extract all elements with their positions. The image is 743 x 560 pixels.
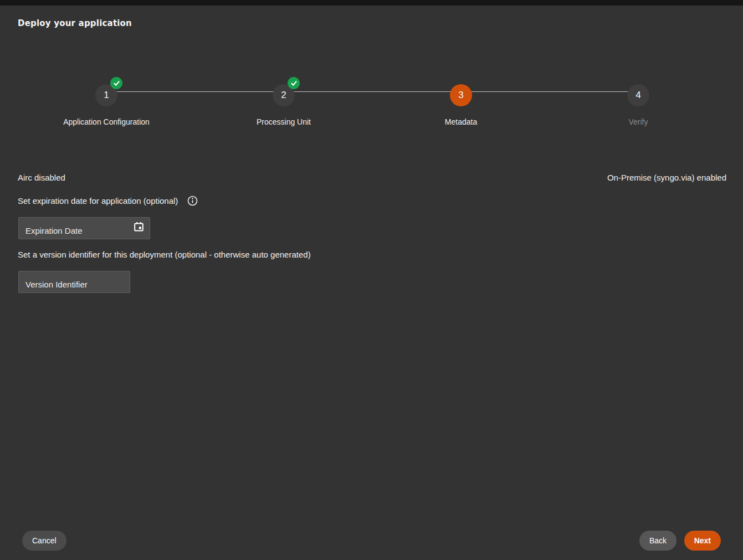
- expiration-label-row: Set expiration date for application (opt…: [18, 196, 198, 206]
- expiration-label: Set expiration date for application (opt…: [18, 196, 178, 205]
- step-2-label: Processing Unit: [195, 117, 372, 126]
- version-label: Set a version identifier for this deploy…: [18, 250, 311, 259]
- step-application-configuration: 1 Application Configuration: [18, 84, 195, 126]
- step-1-circle[interactable]: 1: [95, 84, 117, 106]
- on-premise-status-text: On-Premise (syngo.via) enabled: [607, 173, 726, 182]
- step-3-label: Metadata: [372, 117, 550, 126]
- step-3-circle[interactable]: 3: [450, 84, 472, 106]
- step-verify: 4 Verify: [550, 84, 727, 126]
- calendar-icon[interactable]: [134, 222, 144, 232]
- version-identifier-field: [18, 271, 130, 293]
- deploy-application-wizard: Deploy your application 1 Application Co…: [0, 0, 743, 560]
- stepper: 1 Application Configuration 2 Processing…: [0, 0, 743, 133]
- version-label-row: Set a version identifier for this deploy…: [18, 250, 311, 259]
- expiration-date-input[interactable]: [18, 217, 150, 239]
- step-4-circle[interactable]: 4: [627, 84, 649, 106]
- step-1-number: 1: [104, 90, 109, 100]
- step-3-number: 3: [458, 90, 463, 100]
- step-processing-unit: 2 Processing Unit: [195, 84, 372, 126]
- step-4-label: Verify: [550, 117, 727, 126]
- check-icon: [288, 77, 300, 89]
- step-metadata: 3 Metadata: [372, 84, 550, 126]
- step-2-circle[interactable]: 2: [273, 84, 295, 106]
- airc-status-text: Airc disabled: [18, 173, 65, 182]
- status-row: Airc disabled On-Premise (syngo.via) ena…: [18, 173, 726, 182]
- expiration-date-field: [18, 217, 150, 239]
- info-icon[interactable]: [187, 196, 198, 206]
- check-icon: [110, 77, 122, 89]
- cancel-button[interactable]: Cancel: [22, 531, 66, 551]
- step-4-number: 4: [636, 90, 640, 100]
- back-button[interactable]: Back: [639, 531, 677, 551]
- step-1-label: Application Configuration: [18, 117, 195, 126]
- step-2-number: 2: [281, 90, 286, 100]
- next-button[interactable]: Next: [684, 531, 721, 551]
- version-identifier-input[interactable]: [18, 271, 130, 293]
